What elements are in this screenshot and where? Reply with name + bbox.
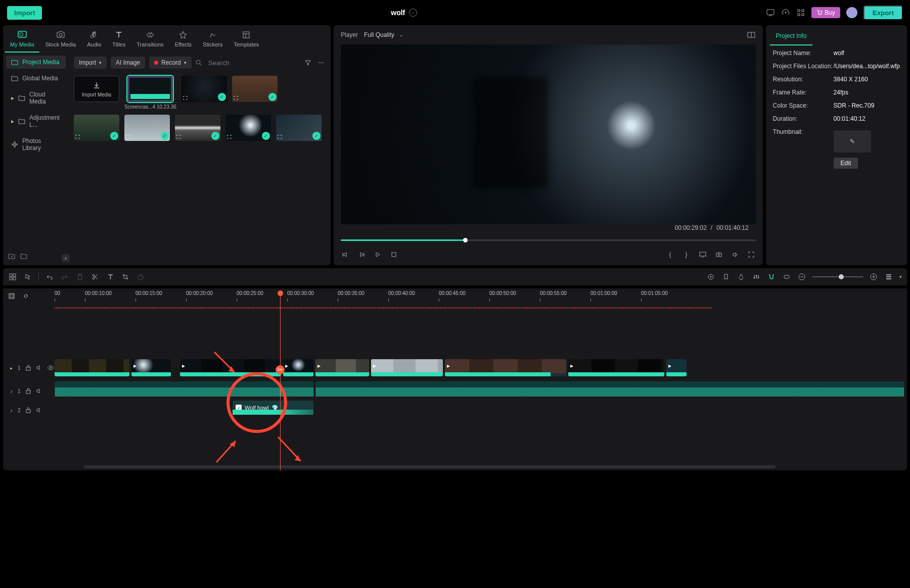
mute-icon[interactable] bbox=[36, 365, 42, 371]
camera-icon[interactable] bbox=[714, 250, 723, 259]
media-thumb[interactable]: ⛶✓ bbox=[225, 115, 271, 141]
mixer-icon[interactable] bbox=[752, 272, 761, 281]
chevron-down-icon[interactable]: ▾ bbox=[899, 274, 902, 279]
marker-icon[interactable] bbox=[721, 272, 731, 281]
video-track-head[interactable]: ▸1 bbox=[3, 358, 55, 377]
zoom-out-icon[interactable] bbox=[797, 272, 806, 281]
speed-icon[interactable] bbox=[136, 272, 145, 281]
prev-frame-icon[interactable] bbox=[341, 250, 350, 259]
sidebar-item-photos[interactable]: Photos Library bbox=[6, 134, 66, 155]
audio-clip[interactable] bbox=[315, 381, 904, 397]
zoom-in-icon[interactable] bbox=[869, 272, 878, 281]
play-icon[interactable] bbox=[373, 250, 382, 259]
cloud-sync-icon[interactable]: ✓ bbox=[409, 9, 417, 17]
apps-grid-icon[interactable] bbox=[796, 8, 805, 17]
video-clip[interactable]: ▸ bbox=[131, 359, 171, 376]
tab-audio[interactable]: Audio bbox=[82, 28, 106, 53]
player-progress[interactable] bbox=[341, 239, 756, 241]
search-input[interactable] bbox=[205, 57, 299, 69]
mute-icon[interactable] bbox=[36, 388, 42, 394]
video-clip[interactable]: ▸ bbox=[568, 359, 664, 376]
track-height-icon[interactable] bbox=[884, 272, 893, 281]
video-clip[interactable]: ▸ bbox=[445, 359, 566, 376]
fullscreen-icon[interactable] bbox=[747, 250, 756, 259]
voiceover-icon[interactable] bbox=[737, 272, 746, 281]
color-icon[interactable] bbox=[706, 272, 715, 281]
video-clip[interactable]: ▸ bbox=[371, 359, 443, 376]
filter-icon[interactable] bbox=[303, 58, 312, 67]
media-thumb[interactable]: ⛶✓ bbox=[232, 76, 278, 102]
export-button[interactable]: Export bbox=[863, 6, 903, 20]
stop-icon[interactable] bbox=[389, 250, 398, 259]
mute-icon[interactable] bbox=[36, 407, 42, 413]
zoom-slider[interactable] bbox=[812, 276, 863, 277]
tab-templates[interactable]: Templates bbox=[229, 28, 264, 53]
sidebar-item-cloud-media[interactable]: ▶ Cloud Media bbox=[6, 88, 66, 108]
video-clip[interactable] bbox=[55, 359, 129, 376]
brace-close-icon[interactable]: } bbox=[682, 250, 691, 259]
video-clip[interactable]: ▸ bbox=[180, 359, 281, 376]
media-thumb-selected[interactable] bbox=[127, 76, 173, 102]
media-thumb[interactable]: ⛶✓ bbox=[276, 115, 322, 141]
layout-icon[interactable] bbox=[8, 272, 17, 281]
tab-titles[interactable]: Titles bbox=[107, 28, 130, 53]
tab-stickers[interactable]: Stickers bbox=[198, 28, 228, 53]
undo-icon[interactable] bbox=[45, 272, 54, 281]
eye-icon[interactable] bbox=[47, 365, 54, 370]
project-info-tab[interactable]: Project Info bbox=[770, 27, 813, 45]
redo-icon[interactable] bbox=[60, 272, 69, 281]
tab-transitions[interactable]: Transitions bbox=[131, 28, 168, 53]
new-folder-icon[interactable] bbox=[8, 253, 15, 259]
audio-clip[interactable] bbox=[55, 381, 313, 397]
lock-icon[interactable] bbox=[26, 388, 31, 394]
timeline-ruler[interactable]: 00 00:00:10:0000:00:15:0000:00:20:0000:0… bbox=[55, 290, 904, 303]
timeline-scrollbar[interactable] bbox=[84, 465, 776, 468]
scissors-icon[interactable]: ✂ bbox=[276, 365, 285, 374]
video-clip[interactable]: ▸ bbox=[283, 359, 313, 376]
buy-button[interactable]: Buy bbox=[811, 7, 840, 18]
more-icon[interactable]: ⋯ bbox=[316, 58, 326, 67]
sidebar-item-global-media[interactable]: Global Media bbox=[6, 72, 66, 85]
brace-open-icon[interactable]: { bbox=[666, 250, 675, 259]
tab-stock-media[interactable]: Stock Media bbox=[40, 28, 81, 53]
cloud-upload-icon[interactable] bbox=[781, 8, 790, 17]
new-bin-icon[interactable] bbox=[20, 253, 27, 259]
zoom-handle[interactable] bbox=[839, 274, 844, 279]
display-icon[interactable] bbox=[698, 250, 707, 259]
lock-icon[interactable] bbox=[26, 407, 31, 413]
device-preview-icon[interactable] bbox=[766, 8, 775, 17]
import-media-tile[interactable]: Import Media bbox=[74, 76, 119, 102]
quality-dropdown[interactable]: Full Quality ⌄ bbox=[364, 31, 403, 38]
split-icon[interactable] bbox=[90, 272, 100, 281]
tracks-area[interactable]: ▸ ▸ ▸ ▸ ▸ ▸ ▸ ▸ ♪ Wolf howl 💎 ✂ bbox=[55, 305, 904, 464]
timeline-link-icon[interactable] bbox=[21, 291, 30, 301]
tab-my-media[interactable]: My Media bbox=[5, 28, 39, 53]
avatar[interactable] bbox=[846, 7, 857, 18]
ai-image-button[interactable]: AI Image bbox=[111, 57, 145, 69]
sidebar-item-adjustment[interactable]: ▶ Adjustment L... bbox=[6, 111, 66, 131]
magnet-icon[interactable] bbox=[767, 272, 776, 281]
lock-icon[interactable] bbox=[26, 365, 31, 371]
volume-icon[interactable] bbox=[731, 250, 740, 259]
crop-icon[interactable] bbox=[121, 272, 130, 281]
media-thumb[interactable]: ⛶✓ bbox=[124, 115, 170, 141]
record-dropdown[interactable]: Record▾ bbox=[149, 57, 192, 69]
edit-button[interactable]: Edit bbox=[834, 158, 858, 169]
next-frame-icon[interactable] bbox=[357, 250, 366, 259]
text-icon[interactable] bbox=[106, 272, 115, 281]
audio2-track-head[interactable]: ♪2 bbox=[3, 401, 55, 420]
snapshot-compare-icon[interactable] bbox=[747, 30, 756, 39]
cursor-icon[interactable] bbox=[23, 272, 32, 281]
sidebar-item-project-media[interactable]: Project Media bbox=[6, 56, 66, 69]
delete-icon[interactable] bbox=[75, 272, 84, 281]
import-button[interactable]: Import bbox=[7, 6, 42, 20]
link-icon[interactable] bbox=[782, 272, 791, 281]
tab-effects[interactable]: Effects bbox=[170, 28, 197, 53]
thumbnail-preview[interactable]: ✎ bbox=[834, 130, 871, 153]
playhead[interactable]: ✂ bbox=[280, 290, 281, 470]
media-thumb[interactable]: ⛶✓ bbox=[74, 115, 119, 141]
audio1-track-head[interactable]: ♪1 bbox=[3, 381, 55, 401]
progress-handle[interactable] bbox=[463, 238, 468, 242]
player-viewport[interactable] bbox=[341, 44, 756, 224]
sidebar-collapse-icon[interactable]: ‹ bbox=[62, 254, 70, 262]
